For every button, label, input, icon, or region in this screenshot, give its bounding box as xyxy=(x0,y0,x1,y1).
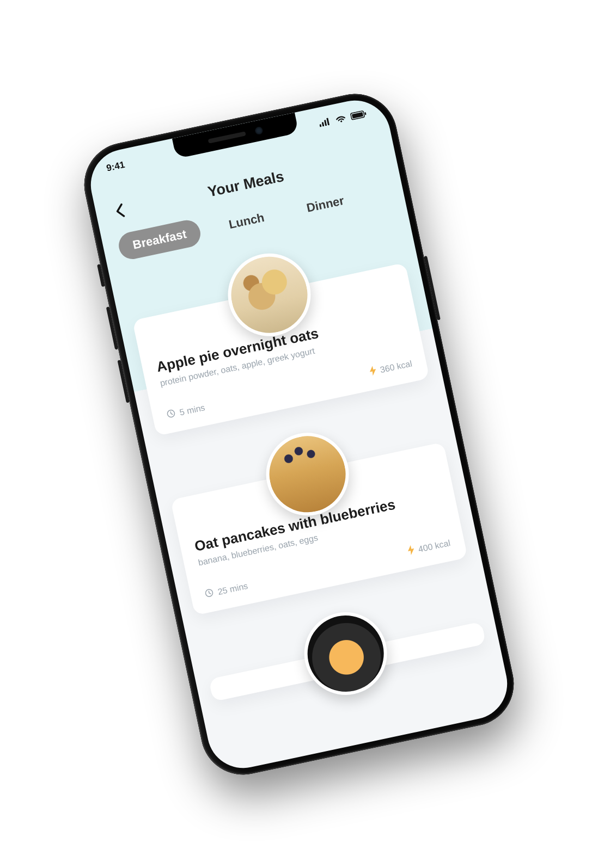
tab-lunch[interactable]: Lunch xyxy=(212,201,281,241)
clock-icon xyxy=(204,588,215,600)
meal-time: 25 mins xyxy=(217,581,249,596)
speaker-icon xyxy=(208,131,246,143)
battery-icon xyxy=(350,109,367,120)
svg-rect-2 xyxy=(324,120,327,126)
meal-kcal: 400 kcal xyxy=(417,538,451,554)
svg-rect-3 xyxy=(326,118,329,125)
tab-breakfast[interactable]: Breakfast xyxy=(117,218,203,262)
device-volume-up xyxy=(106,306,119,349)
clock-icon xyxy=(166,408,176,421)
svg-rect-1 xyxy=(322,122,325,126)
device-mute-switch xyxy=(97,264,105,287)
camera-icon xyxy=(254,126,264,135)
device-frame: 9:41 xyxy=(76,86,521,783)
tab-dinner[interactable]: Dinner xyxy=(290,184,361,224)
wifi-icon xyxy=(334,114,347,124)
food-image-icon xyxy=(263,429,353,519)
svg-rect-0 xyxy=(319,124,321,127)
meal-card[interactable] xyxy=(209,621,486,701)
status-time: 9:41 xyxy=(106,159,126,174)
bolt-icon xyxy=(368,365,378,378)
meal-card[interactable]: Apple pie overnight oats protein powder,… xyxy=(132,262,430,436)
bolt-icon xyxy=(406,544,416,557)
meal-photo xyxy=(297,604,395,702)
device-volume-down xyxy=(118,360,130,403)
screen: 9:41 xyxy=(84,94,514,774)
food-image-icon xyxy=(224,249,315,340)
meal-kcal: 360 kcal xyxy=(379,359,413,375)
meal-card[interactable]: Oat pancakes with blueberries banana, bl… xyxy=(170,442,468,615)
meal-time: 5 mins xyxy=(179,403,206,417)
cellular-icon xyxy=(319,117,332,127)
food-image-icon xyxy=(301,608,391,698)
svg-rect-6 xyxy=(364,112,366,115)
